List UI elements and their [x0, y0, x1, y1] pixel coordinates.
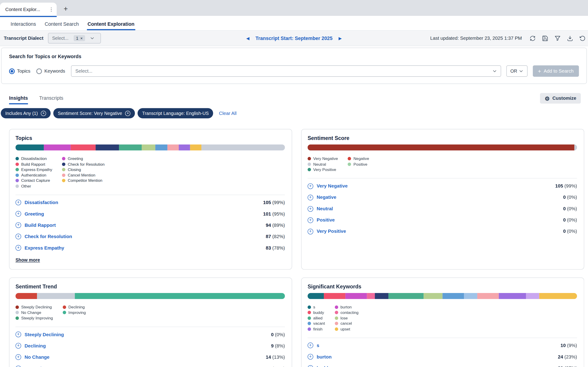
metric-row: +Negative0 (0%) — [308, 192, 577, 203]
metric-label[interactable]: Greeting — [24, 211, 44, 217]
legend-item: Dissatisfaction — [15, 156, 52, 161]
sentiment-score-card: Sentiment Score Very NegativeNegativeNeu… — [301, 129, 584, 269]
expand-plus-icon[interactable]: + — [15, 222, 21, 228]
metric-value: 24 (23%) — [558, 354, 577, 359]
radio-selected-icon[interactable] — [9, 68, 15, 74]
metric-label[interactable]: Negative — [317, 195, 336, 200]
filter-icon[interactable] — [555, 35, 561, 41]
expand-plus-icon[interactable]: + — [308, 229, 313, 234]
keywords-radio[interactable]: Keywords — [37, 68, 65, 74]
expand-plus-icon[interactable]: + — [308, 194, 313, 200]
operator-select[interactable]: OR — [506, 66, 527, 77]
metric-label[interactable]: Build Rapport — [24, 222, 56, 228]
metric-label[interactable]: Dissatisfaction — [24, 200, 58, 205]
tab-transcripts[interactable]: Transcripts — [39, 95, 63, 104]
metric-label[interactable]: s — [317, 343, 319, 348]
tab-interactions[interactable]: Interactions — [10, 20, 37, 30]
expand-plus-icon[interactable]: + — [308, 217, 313, 223]
expand-plus-icon[interactable]: + — [308, 206, 313, 212]
metric-value: 0 (0%) — [563, 195, 577, 200]
date-navigator: ◀ Transcript Start: September 2025 ▶ — [246, 35, 342, 41]
metric-label[interactable]: Neutral — [317, 206, 333, 211]
expand-plus-icon[interactable]: + — [15, 211, 21, 217]
expand-plus-icon[interactable]: + — [15, 245, 21, 251]
tab-content-exploration[interactable]: Content Exploration — [87, 20, 135, 30]
metric-label[interactable]: Declining — [24, 343, 46, 348]
topics-radio[interactable]: Topics — [9, 68, 30, 74]
topics-rows: +Dissatisfaction105 (99%)+Greeting101 (9… — [15, 197, 285, 253]
tab-content-search[interactable]: Content Search — [44, 20, 80, 30]
show-more-link[interactable]: Show more — [15, 257, 40, 263]
metric-value: 0 (0%) — [563, 229, 577, 234]
save-icon[interactable] — [542, 35, 548, 41]
bar-segment — [345, 293, 367, 299]
expand-plus-icon[interactable]: + — [15, 354, 21, 360]
legend-dot-icon — [335, 327, 338, 331]
operator-value: OR — [510, 68, 517, 74]
expand-plus-icon[interactable]: + — [308, 183, 313, 189]
expand-plus-icon[interactable]: + — [15, 366, 21, 367]
sentiment-score-rows: +Very Negative105 (99%)+Negative0 (0%)+N… — [308, 180, 577, 237]
metric-label[interactable]: burton — [317, 354, 332, 359]
prev-period-arrow-icon[interactable]: ◀ — [246, 36, 249, 41]
metric-value: 0 (0%) — [563, 206, 577, 211]
metric-row: +Greeting101 (95%) — [15, 208, 285, 219]
next-period-arrow-icon[interactable]: ▶ — [339, 36, 342, 41]
topic-select[interactable]: Select... — [71, 66, 501, 77]
legend-dot-icon — [15, 157, 19, 160]
pill-remove-icon[interactable]: × — [125, 110, 131, 116]
new-tab-button[interactable]: + — [60, 4, 71, 14]
metric-label[interactable]: buddy — [317, 365, 331, 367]
browser-tab[interactable]: Content Explor... ⋮ — [0, 3, 57, 16]
expand-plus-icon[interactable]: + — [15, 332, 21, 337]
toolbar-actions: Last updated: September 23, 2025 1:37 PM — [430, 35, 586, 41]
metric-label[interactable]: Improving — [24, 366, 47, 367]
expand-plus-icon[interactable]: + — [15, 234, 21, 240]
chevron-down-icon[interactable] — [87, 33, 97, 43]
legend-dot-icon — [15, 305, 19, 309]
refresh-icon[interactable] — [530, 35, 536, 41]
bar-segment — [464, 293, 478, 299]
add-to-search-button[interactable]: + Add to Search — [533, 66, 579, 77]
legend-item: s — [308, 304, 325, 309]
metric-label[interactable]: No Change — [24, 354, 50, 360]
metric-label[interactable]: Express Empathy — [24, 245, 64, 250]
metric-row: +Check for Resolution87 (82%) — [15, 231, 285, 242]
legend-label: finish — [313, 326, 322, 331]
chip-clear-icon[interactable]: × — [80, 36, 83, 40]
pill-remove-icon[interactable]: × — [41, 110, 46, 116]
legend-label: No Change — [21, 310, 41, 315]
legend-dot-icon — [308, 305, 311, 309]
dialect-select[interactable]: Select... 1 × — [48, 33, 101, 43]
legend-dot-icon — [15, 162, 19, 166]
tab-insights[interactable]: Insights — [9, 95, 28, 104]
reset-icon[interactable] — [579, 35, 586, 41]
expand-plus-icon[interactable]: + — [15, 200, 21, 205]
legend-label: Improving — [68, 310, 86, 315]
clear-all-link[interactable]: Clear All — [219, 110, 237, 116]
metric-label[interactable]: Steeply Declining — [24, 332, 64, 337]
metric-label[interactable]: Positive — [317, 217, 335, 223]
bar-segment — [167, 144, 179, 150]
vertical-dots-icon[interactable]: ⋮ — [49, 7, 54, 12]
insights-cards-grid: Topics DissatisfactionGreetingBuild Rapp… — [9, 129, 584, 367]
radio-unselected-icon[interactable] — [37, 68, 42, 74]
customize-button[interactable]: ⚙ Customize — [540, 93, 581, 104]
expand-plus-icon[interactable]: + — [308, 365, 313, 367]
metric-row: +Very Positive0 (0%) — [308, 226, 577, 237]
legend-item: Positive — [348, 162, 369, 166]
metric-label[interactable]: Very Positive — [317, 229, 346, 234]
download-icon[interactable] — [567, 35, 573, 41]
expand-plus-icon[interactable]: + — [308, 354, 313, 360]
expand-plus-icon[interactable]: + — [308, 343, 313, 348]
legend-item: Express Empathy — [15, 167, 52, 172]
metric-label[interactable]: Check for Resolution — [24, 234, 72, 239]
transcript-start-label[interactable]: Transcript Start: September 2025 — [255, 35, 332, 41]
legend-dot-icon — [348, 157, 351, 160]
dialect-count: 1 — [76, 36, 78, 41]
metric-value: 9 (8%) — [271, 343, 285, 348]
expand-plus-icon[interactable]: + — [15, 343, 21, 349]
metric-row: +Very Negative105 (99%) — [308, 180, 577, 192]
metric-label[interactable]: Very Negative — [317, 184, 348, 189]
bar-segment — [71, 144, 96, 150]
